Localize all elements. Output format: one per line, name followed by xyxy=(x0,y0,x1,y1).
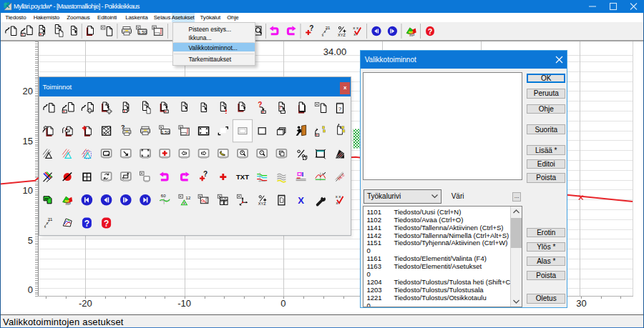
svg-text:?: ? xyxy=(104,219,109,229)
svg-text:38.0: 38.0 xyxy=(336,173,345,181)
svg-text:XYZ: XYZ xyxy=(258,202,266,206)
svg-text:?: ? xyxy=(203,170,208,178)
svg-text:m²: m² xyxy=(44,197,49,201)
svg-text:?: ? xyxy=(338,106,342,112)
svg-text:21: 21 xyxy=(48,217,53,222)
svg-text:m³: m³ xyxy=(66,202,71,206)
svg-text:12: 12 xyxy=(186,196,191,200)
svg-text:X: X xyxy=(298,195,304,206)
svg-text:x: x xyxy=(183,201,185,205)
svg-text:1:50: 1:50 xyxy=(161,130,170,134)
svg-text:60: 60 xyxy=(161,194,166,198)
svg-text:?: ? xyxy=(278,105,281,110)
svg-text:TXT: TXT xyxy=(236,173,249,181)
svg-text:?: ? xyxy=(84,219,89,229)
svg-text:x x: x x xyxy=(336,194,341,199)
